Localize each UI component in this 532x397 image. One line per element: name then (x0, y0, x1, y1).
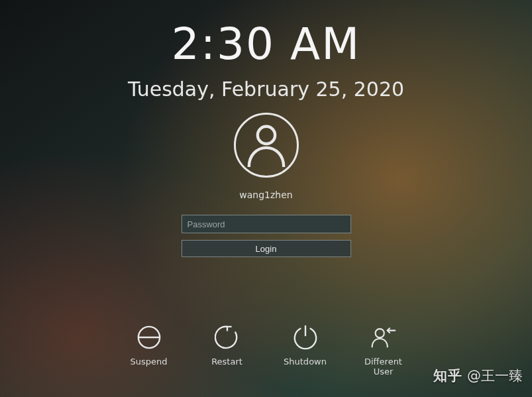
watermark-brand: 知乎 (433, 367, 462, 385)
different-user-icon (371, 325, 396, 350)
clock-time: 2:30 AM (0, 19, 532, 70)
restart-icon (215, 325, 240, 350)
login-form: Login (182, 215, 351, 257)
svg-point-4 (375, 329, 384, 337)
login-button[interactable]: Login (182, 240, 351, 257)
svg-point-0 (257, 127, 274, 144)
username-label: wang1zhen (239, 190, 292, 200)
watermark: 知乎 @王一臻 (433, 367, 523, 385)
user-block: wang1zhen Login (0, 113, 532, 257)
shutdown-button[interactable]: Shutdown (281, 325, 330, 367)
different-user-button[interactable]: Different User (359, 325, 408, 377)
clock-block: 2:30 AM Tuesday, February 25, 2020 (0, 19, 532, 101)
different-user-label: Different User (364, 357, 402, 377)
shutdown-icon (293, 325, 318, 350)
user-avatar (234, 113, 299, 178)
suspend-icon (136, 325, 162, 350)
shutdown-label: Shutdown (284, 357, 327, 367)
watermark-author: @王一臻 (467, 367, 523, 385)
user-icon (243, 121, 290, 170)
password-input[interactable] (182, 215, 351, 233)
suspend-label: Suspend (130, 357, 167, 367)
restart-label: Restart (211, 357, 242, 367)
suspend-button[interactable]: Suspend (125, 325, 174, 367)
restart-button[interactable]: Restart (203, 325, 252, 367)
clock-date: Tuesday, February 25, 2020 (0, 78, 532, 101)
